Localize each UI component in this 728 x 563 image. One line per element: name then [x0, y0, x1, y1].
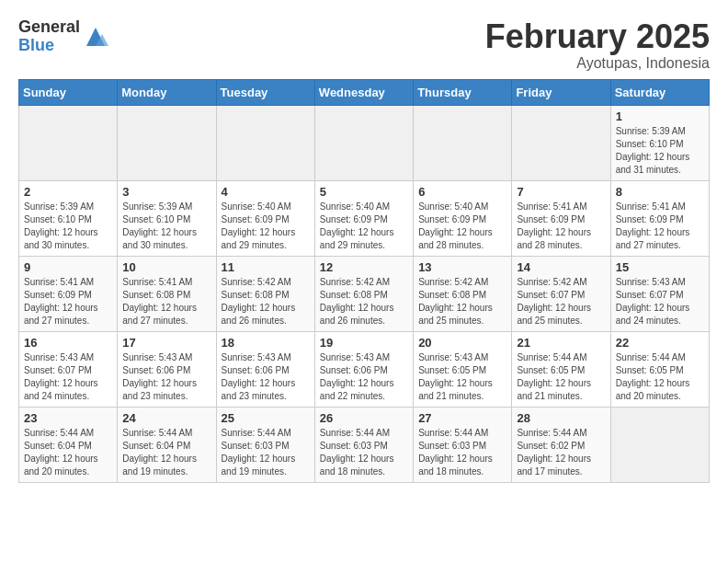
day-number: 21 — [517, 336, 605, 350]
calendar-cell: 16Sunrise: 5:43 AM Sunset: 6:07 PM Dayli… — [19, 331, 118, 407]
calendar-cell: 2Sunrise: 5:39 AM Sunset: 6:10 PM Daylig… — [19, 180, 118, 256]
day-of-week-header: Thursday — [414, 79, 512, 105]
day-info: Sunrise: 5:39 AM Sunset: 6:10 PM Dayligh… — [122, 201, 210, 252]
calendar-cell — [512, 105, 610, 180]
day-info: Sunrise: 5:43 AM Sunset: 6:06 PM Dayligh… — [222, 351, 310, 403]
day-number: 25 — [222, 411, 310, 425]
day-info: Sunrise: 5:44 AM Sunset: 6:03 PM Dayligh… — [418, 427, 506, 478]
day-info: Sunrise: 5:40 AM Sunset: 6:09 PM Dayligh… — [222, 201, 310, 252]
calendar-cell: 1Sunrise: 5:39 AM Sunset: 6:10 PM Daylig… — [610, 105, 709, 180]
logo-blue-text: Blue — [18, 37, 80, 55]
day-number: 1 — [616, 109, 704, 123]
calendar-cell: 14Sunrise: 5:42 AM Sunset: 6:07 PM Dayli… — [512, 256, 610, 331]
calendar-cell — [216, 105, 314, 180]
day-number: 5 — [320, 185, 408, 199]
day-number: 19 — [320, 336, 408, 350]
calendar-cell: 19Sunrise: 5:43 AM Sunset: 6:06 PM Dayli… — [314, 331, 413, 407]
day-number: 23 — [24, 411, 112, 425]
day-number: 18 — [222, 336, 310, 350]
day-info: Sunrise: 5:43 AM Sunset: 6:07 PM Dayligh… — [24, 351, 112, 403]
calendar-table: SundayMondayTuesdayWednesdayThursdayFrid… — [18, 79, 710, 483]
day-info: Sunrise: 5:41 AM Sunset: 6:09 PM Dayligh… — [616, 201, 704, 252]
calendar-cell: 27Sunrise: 5:44 AM Sunset: 6:03 PM Dayli… — [414, 407, 512, 482]
day-info: Sunrise: 5:42 AM Sunset: 6:08 PM Dayligh… — [320, 276, 408, 327]
calendar-cell — [610, 407, 709, 482]
day-info: Sunrise: 5:44 AM Sunset: 6:03 PM Dayligh… — [222, 427, 310, 478]
calendar-cell: 15Sunrise: 5:43 AM Sunset: 6:07 PM Dayli… — [610, 256, 709, 331]
calendar-cell: 6Sunrise: 5:40 AM Sunset: 6:09 PM Daylig… — [414, 180, 512, 256]
day-number: 8 — [616, 185, 704, 199]
calendar-cell — [414, 105, 512, 180]
calendar-cell: 23Sunrise: 5:44 AM Sunset: 6:04 PM Dayli… — [19, 407, 118, 482]
calendar-cell: 24Sunrise: 5:44 AM Sunset: 6:04 PM Dayli… — [118, 407, 216, 482]
day-info: Sunrise: 5:44 AM Sunset: 6:02 PM Dayligh… — [517, 427, 605, 478]
day-info: Sunrise: 5:43 AM Sunset: 6:06 PM Dayligh… — [122, 351, 210, 403]
day-number: 28 — [517, 411, 605, 425]
day-info: Sunrise: 5:41 AM Sunset: 6:08 PM Dayligh… — [122, 276, 210, 327]
day-info: Sunrise: 5:39 AM Sunset: 6:10 PM Dayligh… — [24, 201, 112, 252]
day-number: 14 — [517, 260, 605, 274]
page-header: General Blue February 2025 Ayotupas, Ind… — [18, 18, 710, 72]
calendar-cell: 21Sunrise: 5:44 AM Sunset: 6:05 PM Dayli… — [512, 331, 610, 407]
calendar-cell: 26Sunrise: 5:44 AM Sunset: 6:03 PM Dayli… — [314, 407, 413, 482]
day-info: Sunrise: 5:43 AM Sunset: 6:06 PM Dayligh… — [320, 351, 408, 403]
day-info: Sunrise: 5:40 AM Sunset: 6:09 PM Dayligh… — [320, 201, 408, 252]
day-info: Sunrise: 5:44 AM Sunset: 6:04 PM Dayligh… — [24, 427, 112, 478]
day-info: Sunrise: 5:44 AM Sunset: 6:05 PM Dayligh… — [616, 351, 704, 403]
day-info: Sunrise: 5:42 AM Sunset: 6:07 PM Dayligh… — [517, 276, 605, 327]
calendar-cell: 17Sunrise: 5:43 AM Sunset: 6:06 PM Dayli… — [118, 331, 216, 407]
calendar-cell — [19, 105, 118, 180]
calendar-cell: 5Sunrise: 5:40 AM Sunset: 6:09 PM Daylig… — [314, 180, 413, 256]
calendar-cell: 11Sunrise: 5:42 AM Sunset: 6:08 PM Dayli… — [216, 256, 314, 331]
day-number: 22 — [616, 336, 704, 350]
calendar-cell: 25Sunrise: 5:44 AM Sunset: 6:03 PM Dayli… — [216, 407, 314, 482]
day-info: Sunrise: 5:44 AM Sunset: 6:03 PM Dayligh… — [320, 427, 408, 478]
month-title: February 2025 — [485, 18, 710, 55]
day-number: 13 — [418, 260, 506, 274]
day-number: 7 — [517, 185, 605, 199]
day-of-week-header: Monday — [118, 79, 216, 105]
day-info: Sunrise: 5:42 AM Sunset: 6:08 PM Dayligh… — [222, 276, 310, 327]
day-number: 24 — [122, 411, 210, 425]
calendar-cell: 9Sunrise: 5:41 AM Sunset: 6:09 PM Daylig… — [19, 256, 118, 331]
day-of-week-header: Wednesday — [314, 79, 413, 105]
calendar-cell: 7Sunrise: 5:41 AM Sunset: 6:09 PM Daylig… — [512, 180, 610, 256]
logo-general-text: General — [18, 18, 80, 37]
day-info: Sunrise: 5:40 AM Sunset: 6:09 PM Dayligh… — [418, 201, 506, 252]
day-of-week-header: Sunday — [19, 79, 118, 105]
calendar-cell: 3Sunrise: 5:39 AM Sunset: 6:10 PM Daylig… — [118, 180, 216, 256]
day-info: Sunrise: 5:42 AM Sunset: 6:08 PM Dayligh… — [418, 276, 506, 327]
day-number: 9 — [24, 260, 112, 274]
day-of-week-header: Tuesday — [216, 79, 314, 105]
day-info: Sunrise: 5:41 AM Sunset: 6:09 PM Dayligh… — [517, 201, 605, 252]
day-number: 17 — [122, 336, 210, 350]
calendar-cell: 13Sunrise: 5:42 AM Sunset: 6:08 PM Dayli… — [414, 256, 512, 331]
logo-icon — [82, 23, 109, 51]
calendar-body: 1Sunrise: 5:39 AM Sunset: 6:10 PM Daylig… — [19, 105, 710, 482]
calendar-cell: 12Sunrise: 5:42 AM Sunset: 6:08 PM Dayli… — [314, 256, 413, 331]
day-info: Sunrise: 5:44 AM Sunset: 6:04 PM Dayligh… — [122, 427, 210, 478]
day-number: 11 — [222, 260, 310, 274]
day-number: 12 — [320, 260, 408, 274]
day-number: 10 — [122, 260, 210, 274]
day-number: 15 — [616, 260, 704, 274]
day-info: Sunrise: 5:44 AM Sunset: 6:05 PM Dayligh… — [517, 351, 605, 403]
day-number: 26 — [320, 411, 408, 425]
day-number: 16 — [24, 336, 112, 350]
calendar-header-row: SundayMondayTuesdayWednesdayThursdayFrid… — [19, 79, 710, 105]
day-info: Sunrise: 5:39 AM Sunset: 6:10 PM Dayligh… — [616, 125, 704, 177]
calendar-week-row: 23Sunrise: 5:44 AM Sunset: 6:04 PM Dayli… — [19, 407, 710, 482]
location: Ayotupas, Indonesia — [485, 55, 710, 72]
calendar-cell: 8Sunrise: 5:41 AM Sunset: 6:09 PM Daylig… — [610, 180, 709, 256]
day-number: 27 — [418, 411, 506, 425]
calendar-week-row: 2Sunrise: 5:39 AM Sunset: 6:10 PM Daylig… — [19, 180, 710, 256]
day-number: 20 — [418, 336, 506, 350]
day-number: 4 — [222, 185, 310, 199]
day-number: 3 — [122, 185, 210, 199]
calendar-cell: 20Sunrise: 5:43 AM Sunset: 6:05 PM Dayli… — [414, 331, 512, 407]
day-number: 2 — [24, 185, 112, 199]
calendar-cell: 10Sunrise: 5:41 AM Sunset: 6:08 PM Dayli… — [118, 256, 216, 331]
day-info: Sunrise: 5:43 AM Sunset: 6:05 PM Dayligh… — [418, 351, 506, 403]
calendar-week-row: 16Sunrise: 5:43 AM Sunset: 6:07 PM Dayli… — [19, 331, 710, 407]
calendar-week-row: 9Sunrise: 5:41 AM Sunset: 6:09 PM Daylig… — [19, 256, 710, 331]
